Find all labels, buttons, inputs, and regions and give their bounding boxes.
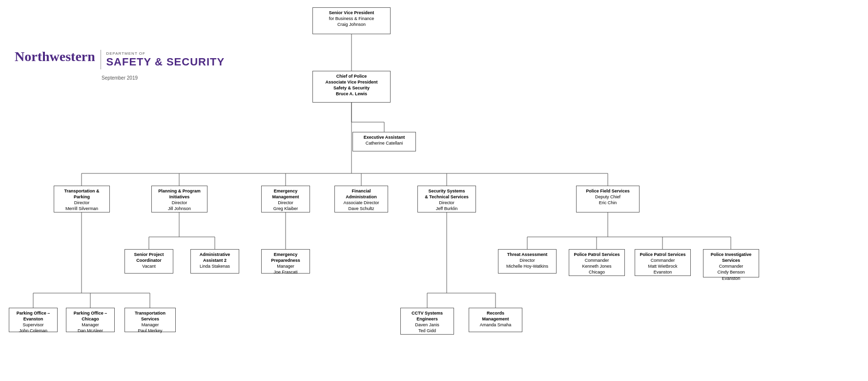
chief-subtitle2: Safety & Security	[315, 85, 388, 91]
box-patrol-evanston: Police Patrol Services Commander Matt Wi…	[635, 249, 691, 276]
transp-name: Merrill Silverman	[57, 206, 107, 212]
box-emerg-prep: Emergency Preparedness Manager Joe Frasc…	[261, 249, 310, 274]
logo-dept-bottom: SAFETY & SECURITY	[106, 56, 225, 68]
threat-name: Michelle Hoy-Watkins	[501, 263, 554, 269]
chief-subtitle: Associate Vice President	[315, 79, 388, 85]
emergency-role: Director	[264, 200, 307, 206]
emergency-title2: Management	[264, 194, 307, 200]
police-field-title: Police Field Services	[579, 188, 637, 194]
planning-title: Planning & Program	[154, 188, 205, 194]
police-inv-title: Police Investigative	[706, 252, 756, 257]
police-inv-location: Evanston	[706, 275, 756, 281]
box-police-inv: Police Investigative Services Commander …	[703, 249, 759, 277]
patrol-chicago-location: Chicago	[572, 269, 622, 275]
parking-chicago-title: Parking Office –	[69, 310, 112, 316]
security-title2: & Technical Services	[420, 194, 473, 200]
logo-dept: DEPARTMENT OF SAFETY & SECURITY	[106, 51, 225, 68]
logo-northwestern: Northwestern	[15, 49, 95, 64]
box-svp: Senior Vice President for Business & Fin…	[312, 7, 391, 34]
patrol-chicago-role: Commander	[572, 257, 622, 263]
box-exec-asst: Executive Assistant Catherine Catellani	[352, 132, 416, 151]
box-admin-asst2: Administrative Assistant 2 Linda Stakena…	[190, 249, 239, 274]
logo-area: Northwestern DEPARTMENT OF SAFETY & SECU…	[15, 49, 225, 81]
financial-title: Financial	[337, 188, 385, 194]
security-title: Security Systems	[420, 188, 473, 194]
svp-title: Senior Vice President	[315, 10, 388, 16]
planning-title2: Initiatives	[154, 194, 205, 200]
svp-name: Craig Johnson	[315, 21, 388, 27]
patrol-evanston-location: Evanston	[638, 269, 688, 275]
logo-dept-top: DEPARTMENT OF	[106, 51, 225, 56]
svp-subtitle: for Business & Finance	[315, 16, 388, 21]
patrol-evanston-title: Police Patrol Services	[638, 252, 688, 257]
parking-evanston-role: Supervisor	[12, 322, 55, 328]
threat-role: Director	[501, 257, 554, 263]
box-emergency: Emergency Management Director Greg Klaib…	[261, 186, 310, 212]
cctv-title: CCTV Systems	[403, 310, 451, 316]
page: Northwestern DEPARTMENT OF SAFETY & SECU…	[0, 0, 868, 381]
box-parking-chicago: Parking Office – Chicago Manager Dan McA…	[66, 308, 115, 332]
transp-services-title: Transportation Services	[127, 310, 173, 322]
box-financial: Financial Administration Associate Direc…	[334, 186, 388, 212]
exec-asst-name: Catherine Catellani	[355, 140, 413, 146]
box-security: Security Systems & Technical Services Di…	[417, 186, 476, 212]
transp-title2: Parking	[57, 194, 107, 200]
logo-divider	[101, 50, 101, 69]
police-field-name: Eric Chin	[579, 200, 637, 206]
transp-services-name: Paul Merkey	[127, 328, 173, 334]
box-cctv: CCTV Systems Engineers Daven Janis Ted G…	[400, 308, 454, 335]
parking-chicago-title2: Chicago	[69, 316, 112, 322]
chief-title: Chief of Police	[315, 73, 388, 79]
box-threat: Threat Assessment Director Michelle Hoy-…	[498, 249, 557, 274]
box-parking-evanston: Parking Office – Evanston Supervisor Joh…	[9, 308, 58, 332]
senior-proj-title: Senior Project	[127, 252, 170, 257]
admin-asst2-name: Linda Stakenas	[193, 263, 236, 269]
cctv-title2: Engineers	[403, 316, 451, 322]
patrol-evanston-role: Commander	[638, 257, 688, 263]
box-transp-services: Transportation Services Manager Paul Mer…	[124, 308, 176, 332]
senior-proj-title2: Coordinator	[127, 257, 170, 263]
transp-role: Director	[57, 200, 107, 206]
exec-asst-title: Executive Assistant	[355, 134, 413, 140]
cctv-name2: Ted Gidd	[403, 328, 451, 334]
planning-name: Jill Johnson	[154, 206, 205, 212]
emerg-prep-name: Joe Frascati	[264, 269, 307, 275]
parking-chicago-role: Manager	[69, 322, 112, 328]
police-inv-name: Cindy Benson	[706, 269, 756, 275]
records-title2: Management	[472, 316, 519, 322]
financial-title2: Administration	[337, 194, 385, 200]
parking-evanston-title: Parking Office –	[12, 310, 55, 316]
admin-asst2-title: Administrative	[193, 252, 236, 257]
transp-services-role: Manager	[127, 322, 173, 328]
box-patrol-chicago: Police Patrol Services Commander Kenneth…	[569, 249, 625, 276]
parking-evanston-name: John Coleman	[12, 328, 55, 334]
box-senior-proj: Senior Project Coordinator Vacant	[124, 249, 173, 274]
parking-chicago-name: Dan McAleer	[69, 328, 112, 334]
box-transp: Transportation & Parking Director Merril…	[54, 186, 110, 212]
box-planning: Planning & Program Initiatives Director …	[151, 186, 207, 212]
patrol-evanston-name: Matt Wietbrock	[638, 263, 688, 269]
emergency-name: Greg Klaiber	[264, 206, 307, 212]
chief-name: Bruce A. Lewis	[315, 91, 388, 97]
threat-title: Threat Assessment	[501, 252, 554, 257]
senior-proj-role: Vacant	[127, 263, 170, 269]
emergency-title: Emergency	[264, 188, 307, 194]
police-field-role: Deputy Chief	[579, 194, 637, 200]
cctv-name1: Daven Janis	[403, 322, 451, 328]
records-title: Records	[472, 310, 519, 316]
police-inv-title2: Services	[706, 257, 756, 263]
emerg-prep-role: Manager	[264, 263, 307, 269]
patrol-chicago-name: Kenneth Jones	[572, 263, 622, 269]
security-role: Director	[420, 200, 473, 206]
financial-name: Dave Schultz	[337, 206, 385, 212]
transp-title: Transportation &	[57, 188, 107, 194]
patrol-chicago-title: Police Patrol Services	[572, 252, 622, 257]
security-name: Jeff Burklin	[420, 206, 473, 212]
police-inv-role: Commander	[706, 263, 756, 269]
parking-evanston-title2: Evanston	[12, 316, 55, 322]
box-police-field: Police Field Services Deputy Chief Eric …	[576, 186, 640, 212]
records-name: Amanda Smaha	[472, 322, 519, 328]
box-records: Records Management Amanda Smaha	[469, 308, 522, 332]
admin-asst2-title2: Assistant 2	[193, 257, 236, 263]
box-chief: Chief of Police Associate Vice President…	[312, 71, 391, 103]
